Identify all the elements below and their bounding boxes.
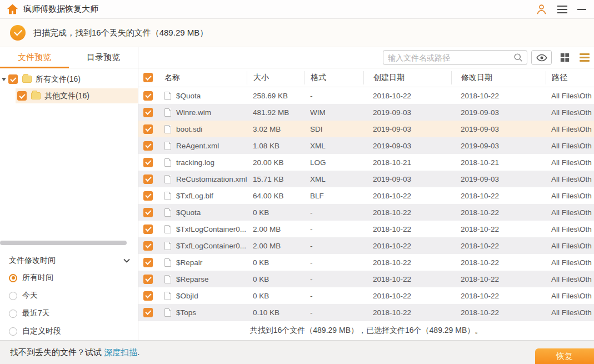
file-modified-date: 2018-10-22 [451, 304, 546, 321]
file-icon [164, 308, 171, 317]
table-row[interactable]: tracking.log 20.00 KB LOG 2018-10-21 201… [138, 154, 594, 171]
search-input[interactable] [388, 53, 513, 62]
file-size: 258.69 KB [247, 87, 304, 104]
column-header-path[interactable]: 路径 [546, 71, 594, 84]
table-row[interactable]: $Reparse 0 KB - 2018-10-22 2018-10-22 Al… [138, 271, 594, 287]
home-icon[interactable] [6, 3, 19, 16]
file-created-date: 2019-09-03 [363, 137, 451, 154]
column-header-created[interactable]: 创建日期 [363, 71, 451, 84]
row-checkbox[interactable] [143, 258, 153, 267]
file-format: - [304, 254, 363, 271]
file-path: All Files\Oth [546, 237, 594, 254]
table-row[interactable]: $Quota 258.69 KB - 2018-10-22 2018-10-22… [138, 87, 594, 104]
file-modified-date: 2018-10-21 [451, 154, 546, 171]
table-row[interactable]: boot.sdi 3.02 MB SDI 2019-09-03 2019-09-… [138, 121, 594, 137]
preview-toggle-button[interactable] [531, 50, 552, 65]
scan-complete-text: 扫描完成，找到16个丢失的文件（489.29 MB） [33, 28, 208, 38]
radio[interactable] [9, 327, 17, 336]
radio[interactable] [9, 310, 17, 318]
tree-checkbox[interactable] [8, 74, 18, 84]
search-icon[interactable] [513, 53, 523, 62]
file-tree: 所有文件(16) 其他文件(16) [0, 68, 138, 239]
file-created-date: 2019-09-03 [363, 171, 451, 187]
grid-view-icon [560, 53, 570, 62]
table-row[interactable]: Winre.wim 481.92 MB WIM 2019-09-03 2019-… [138, 104, 594, 121]
row-checkbox[interactable] [143, 225, 153, 234]
file-icon [164, 175, 171, 183]
table-row[interactable]: $Quota 0 KB - 2018-10-22 2018-10-22 All … [138, 204, 594, 221]
row-checkbox[interactable] [143, 291, 153, 301]
file-modified-date: 2018-10-22 [451, 287, 546, 304]
content-area: 名称 大小 格式 创建日期 修改日期 路径 $Quota 258.69 KB -… [138, 47, 594, 340]
file-icon [164, 292, 171, 300]
table-row[interactable]: $TxfLogContainer0... 2.00 MB - 2018-10-2… [138, 237, 594, 254]
table-row[interactable]: $ObjId 0 KB - 2018-10-22 2018-10-22 All … [138, 287, 594, 304]
select-all-checkbox[interactable] [143, 73, 153, 82]
file-modified-date: 2018-10-22 [451, 254, 546, 271]
filter-option-today[interactable]: 今天 [9, 287, 130, 305]
file-icon [164, 225, 171, 233]
tab-directory-preview[interactable]: 目录预览 [69, 47, 138, 68]
row-checkbox[interactable] [143, 275, 153, 284]
tree-checkbox[interactable] [17, 91, 27, 101]
row-checkbox[interactable] [143, 208, 153, 217]
row-checkbox[interactable] [143, 91, 153, 101]
account-icon[interactable] [536, 3, 547, 15]
tree-item-all-files[interactable]: 所有文件(16) [0, 72, 138, 87]
table-header: 名称 大小 格式 创建日期 修改日期 路径 [138, 68, 594, 87]
folder-icon [31, 92, 41, 99]
list-view-button[interactable] [577, 50, 592, 65]
table-row[interactable]: $TxfLog.blf 64.00 KB BLF 2018-10-22 2018… [138, 187, 594, 204]
horizontal-scrollbar[interactable] [0, 241, 127, 245]
file-modified-date: 2019-09-03 [451, 137, 546, 154]
row-checkbox[interactable] [143, 141, 153, 151]
file-size: 20.00 KB [247, 154, 304, 171]
deep-scan-link[interactable]: 深度扫描 [104, 347, 137, 357]
title-bar: 疯师傅数据恢复大师 [0, 0, 594, 19]
filter-header[interactable]: 文件修改时间 [9, 252, 130, 269]
file-path: All Files\Oth [546, 171, 594, 187]
row-checkbox[interactable] [143, 191, 153, 201]
column-header-size[interactable]: 大小 [247, 71, 304, 84]
table-row[interactable]: $Tops 0.10 KB - 2018-10-22 2018-10-22 Al… [138, 304, 594, 321]
file-size: 2.00 MB [247, 221, 304, 237]
row-checkbox[interactable] [143, 308, 153, 317]
expander-icon[interactable] [2, 78, 6, 81]
row-checkbox[interactable] [143, 158, 153, 167]
table-row[interactable]: $TxfLogContainer0... 2.00 MB - 2018-10-2… [138, 221, 594, 237]
filter-option-all-time[interactable]: 所有时间 [9, 269, 130, 287]
search-box[interactable] [383, 50, 527, 65]
recover-button[interactable]: 恢复 [535, 348, 594, 364]
menu-icon[interactable] [557, 6, 567, 13]
row-checkbox[interactable] [143, 241, 153, 251]
chevron-down-icon [123, 258, 130, 263]
file-table-body: $Quota 258.69 KB - 2018-10-22 2018-10-22… [138, 87, 594, 321]
deep-scan-hint: 找不到丢失的文件？试试 深度扫描. [10, 347, 139, 358]
file-path: All Files\Oth [546, 104, 594, 121]
tree-item-other-files[interactable]: 其他文件(16) [16, 88, 138, 103]
row-checkbox[interactable] [143, 174, 153, 184]
column-header-name[interactable]: 名称 [159, 68, 247, 87]
grid-view-button[interactable] [556, 50, 573, 65]
radio-selected[interactable] [9, 274, 17, 282]
minimize-icon[interactable] [577, 9, 586, 10]
filter-option-custom-range[interactable]: 自定义时段 [9, 322, 130, 340]
tab-file-preview[interactable]: 文件预览 [0, 47, 69, 68]
row-checkbox[interactable] [143, 108, 153, 117]
file-format: - [304, 271, 363, 287]
file-path: All Files\Oth [546, 254, 594, 271]
filter-option-last-7-days[interactable]: 最近7天 [9, 305, 130, 322]
file-modified-date: 2018-10-22 [451, 221, 546, 237]
table-row[interactable]: ReAgent.xml 1.08 KB XML 2019-09-03 2019-… [138, 137, 594, 154]
file-size: 0 KB [247, 271, 304, 287]
file-modified-date: 2019-09-03 [451, 121, 546, 137]
preview-tabs: 文件预览 目录预览 [0, 47, 138, 68]
column-header-format[interactable]: 格式 [304, 71, 363, 84]
column-header-modified[interactable]: 修改日期 [451, 71, 546, 84]
file-name: $TxfLogContainer0... [176, 242, 246, 250]
table-row[interactable]: ReCustomization.xml 15.71 KB XML 2019-09… [138, 171, 594, 187]
file-path: All Files\Oth [546, 87, 594, 104]
radio[interactable] [9, 292, 17, 300]
row-checkbox[interactable] [143, 124, 153, 134]
table-row[interactable]: $Repair 0 KB - 2018-10-22 2018-10-22 All… [138, 254, 594, 271]
